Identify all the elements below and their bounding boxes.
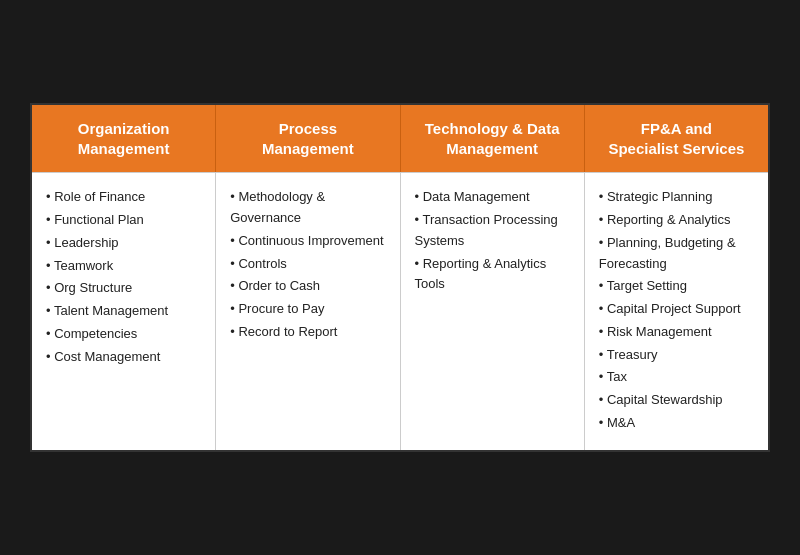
main-table: OrganizationManagementProcessManagementT… xyxy=(30,103,770,452)
list-item: Reporting & Analytics Tools xyxy=(415,254,574,296)
list-item: Data Management xyxy=(415,187,574,208)
list-item: Reporting & Analytics xyxy=(599,210,758,231)
list-item: Controls xyxy=(230,254,389,275)
body-cell-process-mgmt-body: Methodology & GovernanceContinuous Impro… xyxy=(216,173,400,450)
list-item: Tax xyxy=(599,367,758,388)
list-item: Transaction Processing Systems xyxy=(415,210,574,252)
list-item: Capital Project Support xyxy=(599,299,758,320)
body-cell-fpa-specialist-body: Strategic PlanningReporting & AnalyticsP… xyxy=(585,173,768,450)
list-item: Treasury xyxy=(599,345,758,366)
list-item: Leadership xyxy=(46,233,205,254)
table-header-row: OrganizationManagementProcessManagementT… xyxy=(32,105,768,172)
list-item: Continuous Improvement xyxy=(230,231,389,252)
list-item: Role of Finance xyxy=(46,187,205,208)
list-item: Strategic Planning xyxy=(599,187,758,208)
list-item: Risk Management xyxy=(599,322,758,343)
header-cell-org-mgmt: OrganizationManagement xyxy=(32,105,216,172)
list-item: Org Structure xyxy=(46,278,205,299)
list-item: Order to Cash xyxy=(230,276,389,297)
list-item: Procure to Pay xyxy=(230,299,389,320)
list-item: Functional Plan xyxy=(46,210,205,231)
header-cell-tech-data: Technology & DataManagement xyxy=(401,105,585,172)
header-cell-fpa-specialist: FP&A andSpecialist Services xyxy=(585,105,768,172)
header-cell-process-mgmt: ProcessManagement xyxy=(216,105,400,172)
list-item: Planning, Budgeting & Forecasting xyxy=(599,233,758,275)
list-item: Capital Stewardship xyxy=(599,390,758,411)
list-item: M&A xyxy=(599,413,758,434)
list-item: Competencies xyxy=(46,324,205,345)
body-cell-tech-data-body: Data ManagementTransaction Processing Sy… xyxy=(401,173,585,450)
list-item: Target Setting xyxy=(599,276,758,297)
list-item: Cost Management xyxy=(46,347,205,368)
list-item: Talent Management xyxy=(46,301,205,322)
list-item: Teamwork xyxy=(46,256,205,277)
list-item: Methodology & Governance xyxy=(230,187,389,229)
list-item: Record to Report xyxy=(230,322,389,343)
table-body-row: Role of FinanceFunctional PlanLeadership… xyxy=(32,172,768,450)
body-cell-org-mgmt-body: Role of FinanceFunctional PlanLeadership… xyxy=(32,173,216,450)
